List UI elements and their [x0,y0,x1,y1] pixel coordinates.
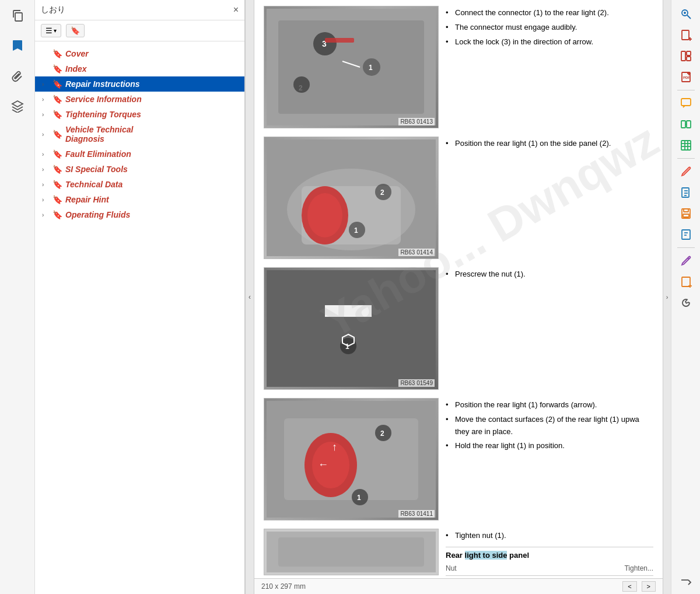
doc-add-button[interactable] [675,26,697,44]
image-section5 [264,529,439,575]
bookmark-icon-rh: 🔖 [52,195,62,204]
svg-text:1: 1 [357,494,361,502]
chevron-right-icon-service: › [42,96,49,103]
table-col-value: Tighten... [624,563,653,574]
sidebar-item-tightening-torques[interactable]: › 🔖 Tightening Torques [35,107,244,122]
svg-rect-53 [681,121,685,128]
sidebar-header: しおり × [35,0,244,20]
sidebar: しおり × ☰ ▾ 🔖 🔖 Cover 🔖 Index › 🔖 Repair I… [35,0,245,594]
content-text-3: Prescrew the nut (1). [446,267,653,282]
chevron-right-icon-rh: › [42,197,49,203]
export-button[interactable] [675,571,697,589]
image-rb63-01413: 3 1 2 RB63 01413 [264,6,439,128]
bookmark-icon-vtd: 🔖 [52,130,62,139]
content-section-1: 3 1 2 RB63 01413 Connect the connector (… [264,6,653,128]
svg-rect-65 [684,209,688,212]
svg-rect-22 [325,305,372,317]
svg-rect-42 [682,30,689,40]
image-rb63-01411: ← ↑ 2 1 RB63 01411 [264,398,439,520]
bookmark-tool-button[interactable]: 🔖 [66,24,85,37]
svg-rect-37 [278,537,424,567]
layout-button[interactable] [675,47,697,65]
svg-rect-67 [682,230,690,239]
table-col-label: Nut [446,563,457,574]
content-text-5: Tighten nut (1). Rear light to side pane… [446,529,653,576]
sidebar-item-service-information[interactable]: › 🔖 Service Information [35,92,244,107]
nav-label-technical-data: Technical Data [65,180,123,189]
paperclip-icon[interactable] [7,65,28,86]
doc-view-button[interactable] [675,225,697,244]
chevron-right-icon-torques: › [42,111,49,118]
spreadsheet-button[interactable] [675,136,697,155]
list-view-button[interactable]: ☰ ▾ [41,24,61,37]
nav-left-button[interactable]: < [622,581,636,592]
sidebar-item-repair-instructions[interactable]: › 🔖 Repair Instructions [35,76,244,92]
instruction-4-1: Position the rear light (1) forwards (ar… [446,398,653,413]
sidebar-item-vehicle-technical-diagnosis[interactable]: › 🔖 Vehicle TechnicalDiagnosis [35,122,244,146]
right-panel-collapse-arrow[interactable]: › [663,0,671,594]
settings-button[interactable] [675,293,697,312]
sidebar-item-operating-fluids[interactable]: › 🔖 Operating Fluids [35,207,244,222]
svg-line-39 [687,15,691,19]
nav-label-cover: Cover [65,49,89,58]
chevron-right-icon-fault: › [42,151,49,158]
bookmark-icon-of: 🔖 [52,210,62,219]
content-section-2: 2 1 RB63 01414 Position the rear light (… [264,137,653,259]
doc-save-button[interactable] [675,204,697,223]
annotate-button[interactable] [675,162,697,181]
nav-right-button[interactable]: > [642,581,656,592]
list-icon: ☰ [46,26,52,35]
content-text-1: Connect the connector (1) to the rear li… [446,6,653,49]
sidebar-item-fault-elimination[interactable]: › 🔖 Fault Elimination [35,146,244,162]
edit-doc-button[interactable] [675,183,697,202]
sidebar-item-repair-hint[interactable]: › 🔖 Repair Hint [35,192,244,207]
chevron-right-icon-vtd: › [42,131,49,138]
svg-rect-71 [682,277,690,286]
pdf-add-button[interactable]: PDF [675,68,697,86]
svg-point-8 [293,76,310,93]
main-content: Yahoo... Dwnqwz 3 1 2 [254,0,663,594]
nav-label-vehicle-technical-diagnosis: Vehicle TechnicalDiagnosis [65,125,133,144]
svg-rect-47 [687,57,691,61]
image-illustration-2: 2 1 [267,139,436,256]
nav-label-si-special-tools: SI Special Tools [65,165,128,174]
edit-purple-button[interactable] [675,251,697,270]
toolbar-divider-2 [677,158,695,159]
doc-yellow-button[interactable] [675,272,697,291]
bottom-nav: < > [622,581,656,592]
sidebar-item-technical-data[interactable]: › 🔖 Technical Data [35,177,244,192]
nav-label-operating-fluids: Operating Fluids [65,210,130,219]
image-rb63-01414: 2 1 RB63 01414 [264,137,439,259]
sidebar-toolbar: ☰ ▾ 🔖 [35,20,244,41]
svg-text:↑: ↑ [332,441,337,453]
instruction-4-2: Move the contact surfaces (2) of the rea… [446,413,653,439]
sidebar-item-cover[interactable]: 🔖 Cover [35,46,244,61]
content-section-5: Tighten nut (1). Rear light to side pane… [264,529,653,576]
content-area: Yahoo... Dwnqwz 3 1 2 [254,0,663,578]
nav-label-tightening-torques: Tightening Torques [65,110,141,119]
layers-icon[interactable] [7,96,28,117]
left-toolbar [0,0,35,594]
bookmark-tool-icon: 🔖 [71,26,80,35]
compare-button[interactable] [675,115,697,134]
sidebar-item-si-special-tools[interactable]: › 🔖 SI Special Tools [35,162,244,177]
svg-text:1: 1 [369,64,373,72]
sidebar-close-button[interactable]: × [233,5,239,15]
copy-icon[interactable] [7,5,28,26]
comment-button[interactable] [675,94,697,113]
nav-label-repair-hint: Repair Hint [65,195,109,204]
chevron-right-icon-of: › [42,212,49,218]
nav-label-index: Index [65,64,87,74]
bookmark-icon[interactable] [7,35,28,56]
svg-rect-2 [278,20,424,114]
sidebar-collapse-arrow[interactable]: ‹ [245,0,254,594]
sidebar-nav: 🔖 Cover 🔖 Index › 🔖 Repair Instructions … [35,41,244,594]
zoom-button[interactable] [675,5,697,23]
sidebar-title: しおり [41,5,65,15]
instruction-1-1: Connect the connector (1) to the rear li… [446,6,653,20]
svg-rect-52 [681,99,691,106]
image-label-1: RB63 01413 [398,118,435,125]
sidebar-item-index[interactable]: 🔖 Index [35,61,244,76]
instruction-5-1: Tighten nut (1). [446,529,653,543]
page-content: 3 1 2 RB63 01413 Connect the connector (… [254,0,663,578]
